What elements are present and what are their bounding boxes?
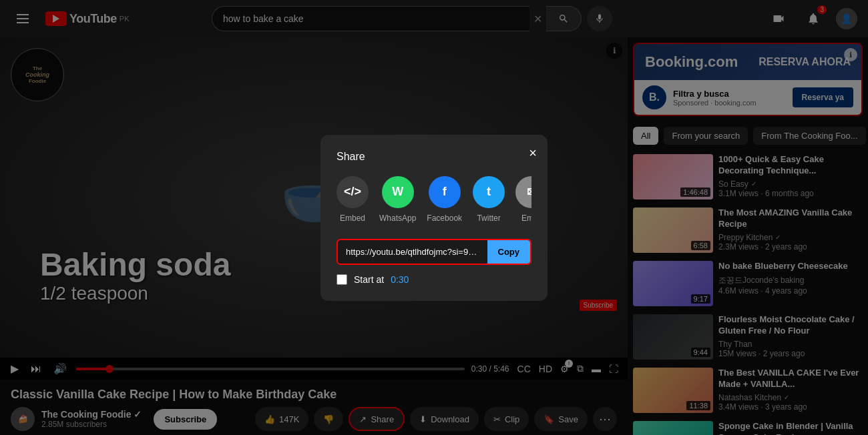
copy-url-button[interactable]: Copy bbox=[487, 240, 531, 264]
share-url-container: Copy bbox=[337, 239, 531, 265]
share-url-input[interactable] bbox=[338, 240, 487, 264]
share-email-icon: ✉ bbox=[515, 176, 531, 208]
start-at-label: Start at bbox=[354, 274, 384, 285]
share-modal: Share × </>EmbedWWhatsAppfFacebooktTwitt… bbox=[320, 135, 548, 301]
modal-overlay[interactable]: Share × </>EmbedWWhatsAppfFacebooktTwitt… bbox=[0, 0, 868, 435]
start-at-row: Start at 0:30 bbox=[337, 274, 531, 285]
share-twitter-icon: t bbox=[473, 176, 505, 208]
share-icons-row: </>EmbedWWhatsAppfFacebooktTwitter✉Email… bbox=[337, 176, 531, 226]
start-at-time[interactable]: 0:30 bbox=[391, 274, 409, 285]
share-option-embed[interactable]: </>Embed bbox=[337, 176, 369, 223]
share-close-button[interactable]: × bbox=[529, 145, 537, 161]
share-option-whatsapp[interactable]: WWhatsApp bbox=[379, 176, 416, 223]
share-twitter-label: Twitter bbox=[477, 213, 500, 223]
share-whatsapp-label: WhatsApp bbox=[379, 213, 416, 223]
share-facebook-icon: f bbox=[429, 176, 461, 208]
share-embed-label: Embed bbox=[340, 213, 365, 223]
start-at-checkbox[interactable] bbox=[337, 274, 347, 285]
share-option-facebook[interactable]: fFacebook bbox=[427, 176, 462, 223]
share-email-label: Email bbox=[521, 213, 531, 223]
share-option-email[interactable]: ✉Email bbox=[515, 176, 531, 223]
share-option-twitter[interactable]: tTwitter bbox=[473, 176, 505, 223]
share-whatsapp-icon: W bbox=[382, 176, 414, 208]
share-facebook-label: Facebook bbox=[427, 213, 462, 223]
share-modal-title: Share bbox=[337, 151, 531, 163]
share-embed-icon: </> bbox=[337, 176, 369, 208]
